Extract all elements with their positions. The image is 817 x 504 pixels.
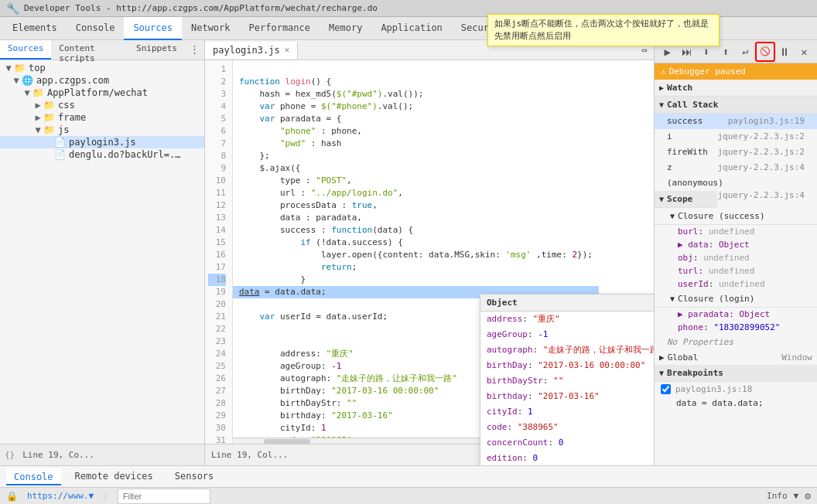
- tree-toggle-css[interactable]: ▶: [32, 100, 43, 111]
- callstack-file-success: paylogin3.js:19: [728, 115, 805, 128]
- file-icon-denglu: 📄: [54, 149, 66, 160]
- breakpoints-section-header[interactable]: ▼ Breakpoints: [655, 365, 817, 382]
- tooltip-item-address: address: "重庆": [480, 312, 655, 327]
- tree-item-denglu[interactable]: ▶ 📄 denglu.do?backUrl=..%2Fwechat%: [0, 148, 204, 161]
- folder-icon-frame: 📁: [43, 112, 55, 123]
- url-display[interactable]: https://www.▼: [27, 491, 94, 501]
- watch-label: Watch: [667, 83, 692, 93]
- scope-paradata[interactable]: ▶ paradata: Object: [655, 308, 817, 321]
- tab-network[interactable]: Network: [182, 17, 240, 40]
- tooltip-item-code: code: "388965": [480, 420, 655, 435]
- tooltip-item-birthdayval: birthday: "2017-03-16": [480, 389, 655, 404]
- console-tab[interactable]: Console: [6, 468, 61, 485]
- tree-item-appplatform[interactable]: ▼ 📁 AppPlatform/wechat: [0, 87, 204, 99]
- sidebar-more-btn[interactable]: ⋮: [185, 40, 204, 60]
- breakpoints-arrow-icon: ▼: [659, 369, 664, 377]
- tree-toggle-js[interactable]: ▼: [32, 124, 43, 135]
- tree-bottom-bar: {} Line 19, Co...: [0, 444, 204, 465]
- tab-console[interactable]: Console: [67, 17, 125, 40]
- tree-toggle-top[interactable]: ▼: [3, 63, 14, 73]
- filter-input[interactable]: [118, 489, 210, 504]
- callstack-item-firewith[interactable]: fireWith jquery-2.2.3.js:2: [655, 145, 817, 160]
- tab-sources[interactable]: Sources: [124, 17, 182, 40]
- breakpoint-file-1: paylogin3.js:18: [675, 384, 752, 394]
- callstack-section-header[interactable]: ▼ Call Stack: [655, 97, 817, 114]
- format-btn[interactable]: {}: [5, 450, 15, 460]
- deactivate-breakpoints-btn[interactable]: 🚫: [755, 42, 774, 62]
- tree-item-css[interactable]: ▶ 📁 css: [0, 99, 204, 111]
- right-panel-content: ⚠ Debugger paused ▶ Watch ▼ Call Stack s…: [655, 63, 817, 465]
- devtools-body: Sources Content scripts Snippets ⋮ ▼ 📁 t…: [0, 40, 817, 465]
- global-row[interactable]: ▶ Global Window: [655, 350, 817, 365]
- code-area: paylogin3.js ✕ ⇔ 12345 678910 1112131415…: [205, 40, 655, 465]
- scope-phone: phone: "18302899052": [655, 321, 817, 334]
- callstack-item-z[interactable]: z jquery-2.2.3.js:4: [655, 160, 817, 175]
- watch-arrow-icon: ▶: [659, 83, 664, 92]
- remote-devices-tab[interactable]: Remote devices: [67, 468, 161, 486]
- code-file-tab-close[interactable]: ✕: [285, 45, 290, 55]
- tooltip-content[interactable]: address: "重庆" ageGroup: -1 autograph: "走…: [480, 312, 655, 465]
- sidebar-tab-snippets[interactable]: Snippets: [128, 40, 185, 60]
- closure-login-header[interactable]: ▼ Closure (login): [655, 291, 817, 308]
- breakpoint-code-1: data = data.data;: [655, 397, 817, 410]
- sensors-tab[interactable]: Sensors: [167, 468, 222, 486]
- sidebar-tabs: Sources Content scripts Snippets ⋮: [0, 40, 204, 60]
- tree-toggle-app[interactable]: ▼: [22, 87, 32, 98]
- sidebar-tab-content-scripts[interactable]: Content scripts: [51, 40, 128, 60]
- close-drawer-btn[interactable]: ✕: [795, 42, 814, 62]
- devtools-icon: 🔧: [6, 2, 19, 15]
- tree-item-js[interactable]: ▼ 📁 js: [0, 124, 204, 136]
- file-icon-paylogin3: 📄: [54, 137, 66, 148]
- tree-toggle-frame[interactable]: ▶: [32, 112, 43, 123]
- console-bar: Console Remote devices Sensors: [0, 465, 817, 487]
- tab-performance[interactable]: Performance: [240, 17, 320, 40]
- watch-section-header[interactable]: ▶ Watch: [655, 80, 817, 97]
- nav-icon: 🔒: [6, 491, 18, 502]
- scope-burl: burl: undefined: [655, 225, 817, 238]
- line-col-info: Line 19, Co...: [22, 450, 94, 460]
- line-numbers: 12345 678910 1112131415 161718 192021222…: [205, 60, 233, 444]
- code-file-tab-paylogin3[interactable]: paylogin3.js ✕: [205, 42, 298, 59]
- tree-item-top[interactable]: ▼ 📁 top: [0, 62, 204, 74]
- callstack-item-anon[interactable]: (anonymous) jquery-2.2.3.js:4: [655, 175, 817, 191]
- scope-userid: userId: undefined: [655, 278, 817, 291]
- tooltip-item-edition: edition: 0: [480, 451, 655, 465]
- global-arrow-icon: ▶: [659, 352, 665, 363]
- tree-label-denglu: denglu.do?backUrl=..%2Fwechat%: [69, 149, 185, 160]
- pause-on-exceptions-btn[interactable]: ⏸: [775, 42, 795, 62]
- callstack-item-i[interactable]: i jquery-2.2.3.js:2: [655, 129, 817, 145]
- scope-data-obj[interactable]: ▶ data: Object: [655, 238, 817, 251]
- folder-icon-js: 📁: [43, 124, 55, 135]
- callstack-name-firewith: fireWith: [667, 147, 708, 157]
- tree-item-domain[interactable]: ▼ 🌐 app.czgps.com: [0, 74, 204, 87]
- callstack-file-anon: jquery-2.2.3.js:4: [717, 189, 805, 202]
- tree-item-frame[interactable]: ▶ 📁 frame: [0, 111, 204, 124]
- scope-arrow-icon: ▼: [659, 195, 664, 203]
- settings-icon[interactable]: ⚙: [805, 490, 811, 502]
- callstack-items: success paylogin3.js:19 i jquery-2.2.3.j…: [655, 114, 817, 191]
- closure-success-arrow: ▼: [670, 212, 675, 220]
- tab-memory[interactable]: Memory: [320, 17, 371, 40]
- scope-label: Scope: [667, 194, 692, 204]
- breakpoint-checkbox-1[interactable]: [661, 384, 671, 394]
- tree-label-js: js: [58, 124, 69, 135]
- info-label: Info: [767, 491, 788, 501]
- tab-application[interactable]: Application: [371, 17, 451, 40]
- tooltip-popup: Object address: "重庆" ageGroup: -1 autogr…: [480, 294, 655, 465]
- info-dropdown-btn[interactable]: ▼: [794, 491, 799, 501]
- scope-section-header[interactable]: ▼ Scope: [655, 191, 717, 208]
- sidebar-tab-sources[interactable]: Sources: [0, 40, 51, 60]
- tree-toggle-domain[interactable]: ▼: [11, 75, 22, 86]
- callstack-item-success[interactable]: success paylogin3.js:19: [655, 114, 817, 129]
- right-panel: ▶ ⏭ ⬇ ⬆ ↩ 🚫 ⏸ ✕ ⚠ Debugger paused ▶ Watc…: [655, 40, 817, 465]
- warning-icon: ⚠: [661, 66, 666, 77]
- tree-item-paylogin3[interactable]: ▶ 📄 paylogin3.js: [0, 136, 204, 148]
- annotation-bubble: 如果js断点不能断住，点击两次这个按钮就好了，也就是先禁用断点然后启用: [487, 14, 720, 46]
- status-bar-left: 🔒 https://www.▼ |: [6, 489, 210, 504]
- globe-icon: 🌐: [22, 75, 33, 86]
- closure-success-header[interactable]: ▼ Closure (success): [655, 208, 817, 225]
- tooltip-title: Object: [487, 298, 518, 308]
- step-btn[interactable]: ↩: [736, 42, 755, 62]
- scrollbar-thumb-h[interactable]: [264, 439, 310, 444]
- tab-elements[interactable]: Elements: [3, 17, 67, 40]
